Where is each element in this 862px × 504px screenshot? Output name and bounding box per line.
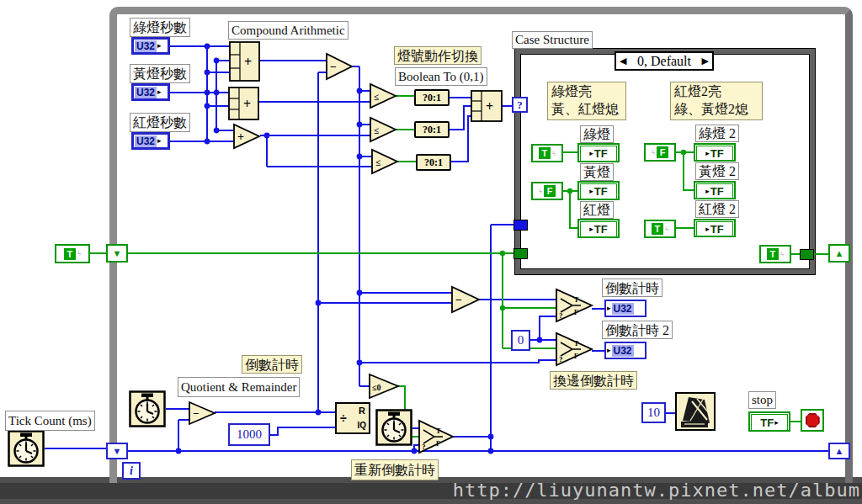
stop-sign-icon — [806, 413, 820, 427]
svg-text:≤: ≤ — [374, 125, 379, 135]
red-light2-label: 紅燈 2 — [695, 200, 739, 218]
loop-condition-terminal[interactable] — [801, 409, 824, 432]
green-light-label: 綠燈 — [580, 125, 614, 143]
select-function-1[interactable]: ? T F — [556, 289, 592, 321]
constant-marker-icon: ϟ — [539, 188, 542, 195]
svg-text:+: + — [244, 55, 252, 69]
quotient-remainder-label: Quotient & Remainder — [178, 377, 300, 397]
add-function[interactable]: + — [234, 125, 259, 148]
remainder-glyph: R — [359, 406, 365, 416]
yellow-seconds-label: 黃燈秒數 — [130, 64, 190, 83]
red-seconds-control[interactable]: U32 ▸ — [131, 132, 170, 150]
case-tunnel-green-right[interactable] — [800, 249, 814, 260]
less-equal-function-2[interactable]: ≤ — [370, 118, 396, 141]
less-equal-function-1[interactable]: ≤ — [370, 84, 396, 108]
select-function-2[interactable]: ? T F — [556, 333, 592, 365]
svg-text:?: ? — [559, 355, 563, 363]
case-tunnel-green-left[interactable] — [513, 248, 528, 259]
bool-to-01-node-3[interactable]: ?0:1 — [416, 154, 451, 171]
tick-count-icon-restart[interactable] — [377, 411, 412, 445]
yellow-light-label: 黃燈 — [580, 163, 614, 181]
svg-text:T: T — [574, 296, 579, 304]
quotient-glyph: IQ — [357, 421, 366, 430]
green-light-indicator[interactable]: ▸TF — [577, 143, 620, 162]
svg-text:+: + — [237, 130, 244, 143]
quotient-remainder-node[interactable]: ÷ R IQ — [335, 402, 370, 434]
yellow-seconds-control[interactable]: U32 ▸ — [131, 83, 170, 101]
subtract-function-mid[interactable]: − — [452, 287, 479, 312]
countdown-indicator[interactable]: ▸ U32 — [604, 300, 646, 317]
subtract-function-tick[interactable]: − — [189, 402, 215, 424]
countdown2-indicator[interactable]: ▸ U32 — [604, 342, 646, 359]
true-constant-init[interactable]: Tϟ — [55, 244, 90, 263]
constant-marker-icon: ϟ — [77, 250, 81, 257]
green-seconds-control[interactable]: U32 ▸ — [131, 37, 170, 55]
less-equal-function-3[interactable]: ≤ — [372, 150, 397, 173]
shift-register-green-left[interactable]: ▼ — [106, 244, 128, 263]
true-constant-green[interactable]: Tϟ — [531, 144, 563, 162]
side-switch-countdown-label: 換邊倒數計時 — [550, 371, 637, 390]
terminal-arrow-icon: ▸ — [157, 137, 162, 145]
countdown-note-label: 倒數計時 — [242, 355, 302, 374]
terminal-arrow-icon: ▸ — [607, 347, 611, 354]
u32-type-chip: U32 — [135, 87, 157, 98]
tick-count-icon-loop[interactable] — [130, 392, 165, 427]
shift-register-green-right[interactable]: ▲ — [828, 244, 850, 263]
svg-text:F: F — [574, 309, 578, 316]
case-selector-terminal[interactable]: ? — [512, 97, 528, 113]
red-light-indicator[interactable]: ▸TF — [577, 219, 620, 238]
red-light-label: 紅燈 — [580, 201, 614, 219]
svg-text:−: − — [193, 407, 199, 420]
green-light2-indicator[interactable]: ▸TF — [694, 143, 736, 162]
case-tunnel-blue[interactable] — [513, 220, 528, 231]
wait-ms-constant[interactable]: 10 — [641, 402, 666, 423]
svg-text:?: ? — [422, 443, 426, 451]
bool-to-01-node-1[interactable]: ?0:1 — [414, 89, 450, 106]
false-constant-green2-yellow2[interactable]: ϟF — [644, 143, 676, 162]
compound-arithmetic-3[interactable]: + — [471, 91, 502, 121]
shift-down-icon: ▼ — [113, 249, 122, 258]
divide-glyph: ÷ — [340, 411, 347, 425]
ms-divisor-constant[interactable]: 1000 — [228, 423, 270, 446]
u32-type-chip: U32 — [612, 345, 634, 357]
tick-count-icon-outer[interactable] — [9, 432, 44, 466]
shift-register-blue-left[interactable]: ▼ — [106, 443, 128, 459]
bool-to-01-node-2[interactable]: ?0:1 — [414, 121, 450, 138]
yellow-light-indicator[interactable]: ▸TF — [577, 181, 620, 200]
boolean-to-01-label: Boolean To (0,1) — [395, 67, 487, 86]
compound-arithmetic-2[interactable]: + — [229, 88, 258, 119]
red-light2-indicator[interactable]: ▸TF — [694, 219, 736, 237]
false-constant-yellow-red[interactable]: ϟF — [531, 182, 563, 200]
constant-marker-icon: ϟ — [780, 251, 784, 258]
shift-up-icon: ▲ — [835, 249, 844, 258]
less-equal-zero-function[interactable]: ≤0 — [370, 374, 398, 398]
constant-marker-icon: ϟ — [652, 149, 655, 157]
svg-text:≤: ≤ — [375, 157, 380, 167]
true-constant-case-out[interactable]: Tϟ — [759, 245, 791, 263]
restart-countdown-label: 重新倒數計時 — [351, 459, 439, 480]
select-function-restart[interactable]: ? T F — [419, 421, 453, 453]
red-seconds-label: 紅燈秒數 — [130, 113, 190, 132]
svg-text:?: ? — [559, 311, 563, 320]
green-light2-label: 綠燈 2 — [695, 125, 739, 142]
svg-text:F: F — [436, 440, 440, 448]
terminal-arrow-icon: ▸ — [157, 88, 162, 96]
iteration-terminal[interactable]: i — [122, 462, 141, 480]
svg-text:≤: ≤ — [374, 92, 379, 102]
stop-button-terminal[interactable]: TF▸ — [748, 411, 790, 432]
true-constant-red2[interactable]: Tϟ — [644, 220, 676, 238]
compound-arithmetic-1[interactable]: + — [230, 42, 259, 81]
shift-register-blue-right[interactable]: ▲ — [828, 443, 850, 459]
labview-block-diagram: http://liuyunantw.pixnet.net/album ◀ 0, … — [0, 0, 862, 504]
constant-marker-icon: ϟ — [665, 225, 668, 233]
case-note-red2-on: 紅燈2亮綠、黃燈2熄 — [670, 82, 763, 120]
zero-constant[interactable]: 0 — [511, 330, 530, 351]
svg-text:+: + — [486, 99, 493, 114]
svg-text:T: T — [436, 427, 441, 435]
subtract-function-top[interactable]: − — [327, 54, 352, 79]
terminal-arrow-icon: ▸ — [607, 305, 611, 312]
case-structure-label: Case Structure — [512, 31, 593, 49]
yellow-light2-indicator[interactable]: ▸TF — [694, 181, 736, 199]
wait-ms-icon[interactable] — [676, 393, 715, 430]
u32-type-chip: U32 — [135, 40, 157, 52]
